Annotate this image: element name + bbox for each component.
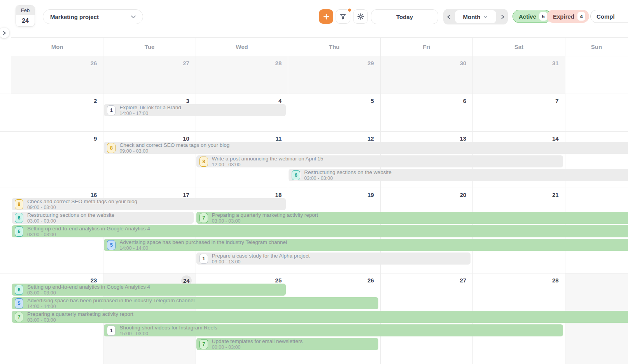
date-number: 26: [367, 277, 374, 284]
date-number: 11: [275, 135, 282, 142]
event-time: 03:00 - 03:00: [27, 317, 133, 323]
event-title: Update templates for email newsletters: [212, 338, 303, 345]
date-number: 20: [460, 192, 466, 198]
event-count-badge: 1: [199, 254, 208, 264]
event-count-badge: 6: [15, 285, 23, 295]
event-bar[interactable]: 7Preparing a quarterly marketing activit…: [196, 212, 628, 224]
day-header-sat: Sat: [472, 38, 565, 56]
event-title: Setting up end-to-end analytics in Googl…: [27, 284, 150, 290]
filter-pill-expired[interactable]: Expired 4: [547, 10, 589, 23]
day-cell[interactable]: 7: [472, 94, 565, 131]
event-bar[interactable]: 6Setting up end-to-end analytics in Goog…: [12, 225, 628, 237]
date-number: 27: [183, 60, 189, 66]
date-number: 21: [552, 192, 559, 198]
month-calendar: MonTueWedThuFriSatSun 262728293031123456…: [0, 37, 628, 364]
day-cell[interactable]: 1: [565, 56, 628, 94]
chevron-right-icon: [2, 31, 7, 35]
next-period-button[interactable]: [497, 14, 508, 19]
event-bar[interactable]: 7Update templates for email newsletters0…: [196, 338, 378, 350]
day-cell[interactable]: 6: [380, 94, 472, 131]
event-bar[interactable]: 8Check and correct SEO meta tags on your…: [104, 142, 628, 154]
filter-pill-completed-label: Compl: [597, 13, 615, 20]
day-cell[interactable]: 8: [565, 94, 628, 131]
day-cell[interactable]: 30: [380, 56, 472, 94]
event-bar[interactable]: 8Write a post announcing the webinar on …: [196, 155, 563, 167]
filter-pill-completed[interactable]: Compl: [590, 10, 628, 23]
date-number: 12: [367, 135, 374, 142]
event-title: Advertising space has been purchased in …: [119, 239, 287, 246]
calendar-week-row: 23456781Explore TikTok for a Brand14:00 …: [0, 94, 628, 132]
day-cell[interactable]: 31: [472, 56, 565, 94]
event-bar[interactable]: 5Advertising space has been purchased in…: [104, 239, 628, 251]
day-cell[interactable]: 28: [196, 56, 288, 94]
event-count-badge: 1: [107, 105, 115, 115]
filter-pill-active[interactable]: Active 5: [513, 10, 551, 23]
day-header-thu: Thu: [288, 38, 380, 56]
event-time: 14:00 - 17:00: [119, 111, 181, 116]
day-cell[interactable]: 27: [103, 56, 195, 94]
event-time: 12:00 - 03:00: [212, 162, 323, 167]
event-time: 03:00 - 03:00: [27, 290, 150, 296]
event-text: Preparing a quarterly marketing activity…: [212, 212, 318, 224]
view-mode-select[interactable]: Month: [455, 10, 496, 23]
event-title: Write a post announcing the webinar on A…: [212, 156, 323, 162]
event-count-badge: 7: [199, 213, 208, 223]
event-title: Prepare a case study for the Alpha proje…: [212, 253, 310, 259]
date-number: 30: [460, 60, 466, 66]
add-event-button[interactable]: [319, 9, 333, 24]
event-time: 03:00 - 03:00: [304, 176, 391, 181]
day-cell[interactable]: 5: [288, 94, 380, 131]
event-bar[interactable]: 6Setting up end-to-end analytics in Goog…: [12, 284, 286, 296]
day-header-mon: Mon: [11, 38, 103, 56]
event-bar[interactable]: 6Restructuring sections on the website03…: [12, 212, 194, 224]
event-text: Check and correct SEO meta tags on your …: [119, 142, 229, 154]
day-cell[interactable]: 2: [11, 94, 103, 131]
event-bar[interactable]: 1Shooting short videos for Instagram Ree…: [104, 324, 563, 336]
date-number: 25: [275, 277, 282, 284]
project-select[interactable]: Marketing project: [43, 9, 143, 24]
date-number: 18: [275, 192, 282, 198]
day-cell[interactable]: 29: [288, 56, 380, 94]
event-bar[interactable]: 7Preparing a quarterly marketing activit…: [12, 311, 628, 323]
event-text: Setting up end-to-end analytics in Googl…: [27, 284, 150, 296]
today-button-label: Today: [396, 14, 413, 20]
event-title: Setting up end-to-end analytics in Googl…: [27, 226, 150, 232]
event-text: Restructuring sections on the website03:…: [304, 169, 391, 181]
event-bar[interactable]: 5Advertising space has been purchased in…: [12, 297, 378, 309]
date-number: 29: [367, 60, 374, 66]
previous-period-button[interactable]: [443, 14, 454, 19]
event-bar[interactable]: 6Restructuring sections on the website03…: [289, 169, 628, 181]
event-bar[interactable]: 1Explore TikTok for a Brand14:00 - 17:00: [104, 104, 286, 116]
event-time: 03:00 - 03:00: [212, 218, 318, 224]
project-select-value: Marketing project: [50, 14, 99, 20]
day-cell[interactable]: 9: [11, 132, 103, 188]
event-time: 15:00 - 03:00: [119, 331, 217, 336]
day-cell[interactable]: 10: [103, 132, 195, 188]
mini-date-widget: Feb 24: [16, 5, 35, 27]
calendar-week-row: 161718192021228Check and correct SEO met…: [0, 188, 628, 273]
today-button[interactable]: Today: [371, 9, 438, 24]
event-time: 00:00 - 03:00: [212, 345, 303, 350]
date-number: 6: [463, 98, 466, 104]
event-text: Preparing a quarterly marketing activity…: [27, 311, 133, 323]
date-number: 9: [94, 135, 97, 142]
event-title: Restructuring sections on the website: [27, 212, 114, 218]
settings-button[interactable]: [353, 9, 368, 24]
event-count-badge: 1: [107, 326, 115, 336]
event-time: 14:00 - 14:00: [27, 304, 195, 309]
date-number: 31: [552, 60, 559, 66]
event-count-badge: 5: [107, 240, 115, 250]
filter-pill-active-count: 5: [539, 12, 547, 21]
event-text: Advertising space has been purchased in …: [27, 298, 195, 309]
day-cell[interactable]: 26: [11, 56, 103, 94]
calendar-week-row: 23242526272816Setting up end-to-end anal…: [0, 273, 628, 364]
event-bar[interactable]: 8Check and correct SEO meta tags on your…: [12, 198, 286, 210]
gear-icon: [357, 13, 364, 20]
event-time: 09:00 - 03:00: [27, 205, 137, 210]
filter-button[interactable]: [336, 9, 350, 24]
event-count-badge: 6: [15, 213, 23, 223]
event-bar[interactable]: 1Prepare a case study for the Alpha proj…: [196, 253, 471, 265]
event-text: Prepare a case study for the Alpha proje…: [212, 253, 310, 265]
sidebar-expand-button[interactable]: [0, 28, 9, 38]
event-title: Preparing a quarterly marketing activity…: [212, 212, 318, 218]
